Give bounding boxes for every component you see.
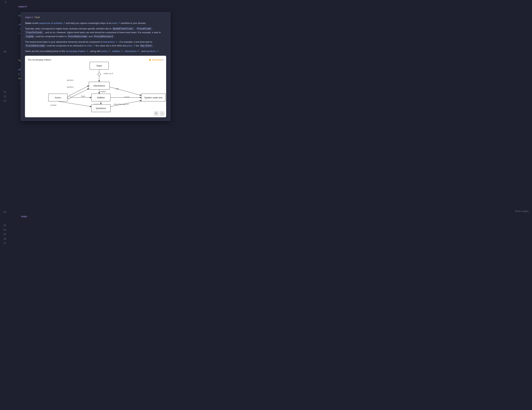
diagram-svg-wrap: Tasks made up of Interactions perform bbox=[28, 60, 163, 115]
popup-import: import Task bbox=[25, 16, 166, 19]
svg-line-12 bbox=[110, 87, 141, 95]
link-actor[interactable]: actor ↗ bbox=[112, 22, 120, 24]
popup-section-building-block: Tasks are the core building block of the… bbox=[25, 49, 166, 53]
diagram-logo: ◉ Serenity/JS bbox=[149, 57, 164, 62]
editor: 9 export const startWithAnEmptyList = ()… bbox=[0, 0, 532, 410]
inline-code-provideusername: ProvideUsername bbox=[67, 35, 88, 38]
line-number-22: 22 bbox=[0, 210, 9, 214]
line-number-11: 11 bbox=[0, 90, 9, 94]
edit-diagram-button[interactable]: ✎ bbox=[154, 111, 159, 116]
edge-with: with bbox=[115, 88, 119, 90]
link-sequences-activities[interactable]: sequences of activities ↗ bbox=[39, 22, 65, 24]
line-number-9: 9 bbox=[0, 0, 9, 4]
edge-enable-1: enable bbox=[100, 91, 106, 92]
line-number-26: 26 bbox=[0, 237, 9, 241]
screenplay-diagram-svg: Tasks made up of Interactions perform bbox=[28, 60, 169, 113]
inline-code-provideusername-2: ProvideUsername bbox=[25, 44, 46, 47]
code-line-23: 23 bbox=[0, 223, 532, 228]
tasks-node-label: Tasks bbox=[96, 64, 102, 67]
inline-code-signup: SignUp bbox=[25, 35, 34, 38]
link-interactions-2[interactable]: interactions ↗ bbox=[125, 50, 139, 53]
inline-code-transferfunds: TransferFunds bbox=[25, 31, 43, 34]
link-abilities[interactable]: abilities ↗ bbox=[112, 50, 123, 53]
serenity-name: Serenity bbox=[152, 58, 161, 61]
line-number-13: 13 bbox=[0, 99, 9, 103]
code-line-27: 27 bbox=[0, 241, 532, 246]
code-line-22: 22 expo Show usages bbox=[0, 210, 532, 223]
edge-answer: answer bbox=[50, 104, 57, 106]
questions-node-label: Questions bbox=[96, 107, 106, 109]
system-node-label: System under test bbox=[144, 96, 162, 99]
svg-marker-1 bbox=[97, 73, 101, 76]
line-number-25: 25 bbox=[0, 232, 9, 237]
inline-code-placetrade: PlaceATrade bbox=[136, 27, 152, 30]
inline-code-bookticket: BookAPlaneTicket bbox=[112, 27, 134, 30]
inline-code-key-enter: Key.Enter bbox=[140, 44, 153, 47]
link-screenplay-pattern[interactable]: Screenplay Pattern ↗ bbox=[66, 50, 88, 53]
edge-invoke: invoke bbox=[124, 96, 130, 98]
serenity-icon: ◉ bbox=[149, 58, 151, 61]
code-line-25: 25 bbox=[0, 232, 532, 237]
edge-made-up-of: made up of bbox=[104, 73, 113, 74]
diagram-container: The Screenplay Pattern ◉ Serenity/JS bbox=[25, 56, 166, 117]
popup-overlay: import Task Tasks model sequences of act… bbox=[21, 12, 171, 121]
code-line-24: 24 bbox=[0, 228, 532, 232]
popup-section-typically: Typically, tasks correspond to higher-le… bbox=[25, 27, 166, 38]
popup-section-tasks-intro: Tasks model sequences of activities ↗ an… bbox=[25, 21, 166, 25]
diagram-toolbar: ✎ ⋮ bbox=[154, 111, 164, 116]
diagram-title: The Screenplay Pattern bbox=[28, 58, 51, 62]
actors-node-label: Actors bbox=[55, 96, 61, 99]
svg-marker-6 bbox=[67, 96, 71, 99]
more-options-button[interactable]: ⋮ bbox=[160, 111, 164, 116]
link-enter[interactable]: enter ↗ bbox=[87, 44, 95, 47]
line-content-22: expo bbox=[9, 210, 532, 223]
line-number-12: 12 bbox=[0, 94, 9, 99]
line-number-10: 10 bbox=[0, 50, 9, 54]
inline-code-providepassword: ProvidePassword bbox=[93, 35, 114, 38]
tasks-bold: Tasks bbox=[25, 22, 31, 24]
abilities-node-label: Abilities bbox=[97, 96, 105, 99]
arrow-symbol: ⇒ bbox=[18, 32, 20, 35]
keyword-export-22: expo bbox=[21, 215, 27, 218]
edge-perform-1: perform bbox=[67, 79, 74, 81]
svg-line-8 bbox=[71, 89, 89, 98]
link-interactions[interactable]: interactions ↗ bbox=[103, 41, 118, 43]
edge-have: have bbox=[81, 95, 85, 97]
serenity-js-suffix: /JS bbox=[161, 59, 164, 61]
edge-perform-2: perform bbox=[67, 86, 74, 88]
popup-import-class: Task bbox=[34, 16, 40, 18]
lines-below-popup: 22 expo Show usages 23 24 25 26 27 bbox=[0, 210, 532, 246]
link-actors[interactable]: actors ↗ bbox=[101, 50, 111, 53]
popup-section-lowest: The lowest-level tasks in your abstracti… bbox=[25, 40, 166, 48]
keyword-export: export bbox=[18, 5, 27, 8]
link-questions[interactable]: questions ↗ bbox=[146, 50, 159, 53]
show-usages-right-22[interactable]: Show usages bbox=[515, 210, 529, 212]
line-number-23: 23 bbox=[0, 223, 9, 228]
svg-line-15 bbox=[58, 101, 91, 107]
line-number-27: 27 bbox=[0, 241, 9, 246]
code-line-26: 26 bbox=[0, 237, 532, 241]
interactions-node-label: Interactions bbox=[93, 84, 105, 87]
line-number-24: 24 bbox=[0, 228, 9, 232]
link-press[interactable]: press ↗ bbox=[127, 44, 135, 47]
